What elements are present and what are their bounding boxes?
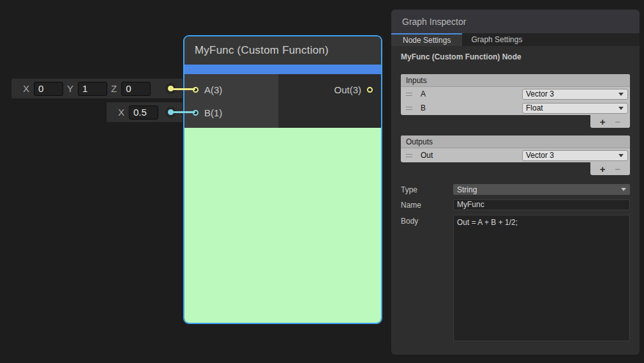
inputs-list: Inputs A Vector 3 B Float — [401, 74, 630, 115]
output-out-type-dropdown[interactable]: Vector 3 — [522, 150, 628, 161]
inputs-list-header: Inputs — [401, 74, 630, 87]
inputs-list-footer: + − — [590, 115, 630, 128]
remove-input-button[interactable]: − — [615, 117, 620, 127]
output-port-row-out: Out(3) — [278, 78, 381, 101]
input-port-row-a: A(3) — [184, 78, 278, 101]
input-b-type-dropdown[interactable]: Float — [522, 103, 628, 114]
float-input-widget: X — [107, 102, 183, 122]
output-out-name: Out — [421, 151, 433, 160]
inspector-tabs: Node Settings Graph Settings — [391, 33, 640, 46]
inspector-title-bar[interactable]: Graph Inspector — [391, 10, 640, 33]
function-body-textarea[interactable] — [453, 215, 630, 341]
graph-inspector-panel: Graph Inspector Node Settings Graph Sett… — [391, 10, 640, 355]
add-input-button[interactable]: + — [600, 117, 606, 127]
output-out-type-value: Vector 3 — [526, 151, 554, 160]
input-a-type-value: Vector 3 — [526, 89, 554, 98]
inputs-row-a[interactable]: A Vector 3 — [401, 87, 630, 101]
edge-float-to-b[interactable] — [172, 111, 195, 113]
port-out-label: Out(3) — [334, 84, 361, 95]
dropdown-arrow-icon — [621, 188, 626, 191]
x-field-label: X — [23, 83, 29, 94]
node-output-ports: Out(3) — [278, 74, 381, 128]
z-field-input[interactable] — [121, 82, 151, 96]
outputs-row-out[interactable]: Out Vector 3 — [401, 148, 630, 162]
tab-graph-settings[interactable]: Graph Settings — [462, 33, 531, 46]
tab-node-settings[interactable]: Node Settings — [391, 33, 462, 46]
input-a-name: A — [421, 89, 426, 98]
x-field-input[interactable] — [34, 82, 63, 96]
function-name-input[interactable] — [453, 199, 630, 210]
port-b-label: B(1) — [204, 107, 222, 118]
drag-handle-icon[interactable] — [406, 107, 412, 110]
edge-vector3-to-a[interactable] — [172, 88, 195, 90]
body-field-row: Body — [401, 215, 630, 341]
y-field-label: Y — [67, 83, 73, 94]
float-field-input[interactable] — [129, 105, 158, 120]
type-dropdown[interactable]: String — [453, 184, 630, 195]
dropdown-arrow-icon — [618, 154, 624, 157]
add-output-button[interactable]: + — [600, 164, 606, 174]
name-field-row: Name — [401, 199, 630, 210]
input-port-row-b: B(1) — [184, 101, 278, 124]
port-a-label: A(3) — [204, 84, 222, 95]
x-field-label: X — [118, 107, 124, 118]
input-b-type-value: Float — [526, 104, 543, 112]
node-accent-bar — [184, 65, 381, 74]
input-b-name: B — [421, 104, 426, 112]
z-field-label: Z — [111, 83, 117, 94]
inspector-title: Graph Inspector — [402, 17, 466, 27]
drag-handle-icon[interactable] — [406, 93, 412, 96]
node-settings-heading: MyFunc (Custom Function) Node — [401, 52, 630, 61]
remove-output-button[interactable]: − — [615, 164, 620, 174]
dropdown-arrow-icon — [618, 93, 624, 96]
node-ports-area: A(3) B(1) Out(3) — [184, 74, 381, 128]
input-a-type-dropdown[interactable]: Vector 3 — [522, 89, 628, 100]
body-label: Body — [401, 217, 453, 226]
outputs-list: Outputs Out Vector 3 — [401, 135, 630, 162]
node-preview-area — [184, 128, 381, 323]
type-label: Type — [401, 185, 453, 194]
drag-handle-icon[interactable] — [406, 154, 412, 157]
inspector-body: MyFunc (Custom Function) Node Inputs A V… — [391, 46, 640, 341]
inputs-row-b[interactable]: B Float — [401, 101, 630, 115]
node-title: MyFunc (Custom Function) — [195, 44, 329, 57]
node-title-bar[interactable]: MyFunc (Custom Function) — [184, 36, 381, 65]
vector3-input-widget: X Y Z — [11, 79, 183, 98]
custom-function-node[interactable]: MyFunc (Custom Function) A(3) B(1) Out(3… — [183, 35, 382, 324]
type-value: String — [457, 185, 477, 194]
type-field-row: Type String — [401, 184, 630, 195]
outputs-list-header: Outputs — [401, 135, 630, 148]
y-field-input[interactable] — [78, 82, 107, 96]
shader-graph-canvas: X Y Z X MyFunc (Custom Function) A(3) — [0, 0, 644, 363]
node-input-ports: A(3) B(1) — [184, 74, 278, 128]
outputs-list-footer: + − — [590, 162, 630, 175]
name-label: Name — [401, 201, 453, 210]
port-out-connector-icon[interactable] — [367, 87, 373, 93]
dropdown-arrow-icon — [618, 107, 624, 110]
